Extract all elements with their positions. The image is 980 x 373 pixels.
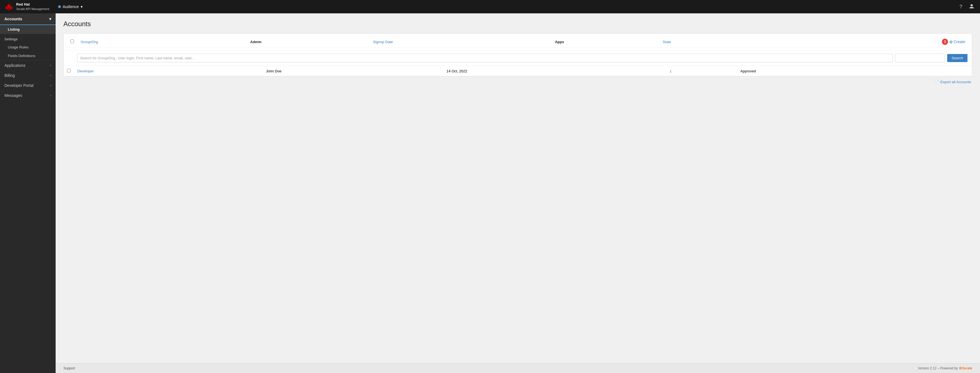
table-row: Developer John Doe 14 Oct, 2022 1 Approv… bbox=[64, 66, 972, 76]
row-actions bbox=[918, 66, 972, 76]
main-content: Accounts Group/Org. Admin S bbox=[56, 13, 980, 373]
export-icon: 📄 bbox=[934, 80, 939, 84]
svg-point-2 bbox=[8, 4, 10, 7]
sidebar-accounts-chevron-icon: ▾ bbox=[49, 17, 51, 21]
brand-name: Red Hat bbox=[16, 2, 49, 7]
search-button[interactable]: Search bbox=[947, 54, 967, 62]
brand-product: 3scale API Management bbox=[16, 7, 49, 11]
row-signup-date: 14 Oct, 2022 bbox=[443, 66, 666, 76]
sidebar-settings-section: Settings Usage Rules Fields Definitions bbox=[0, 34, 56, 61]
create-plus-icon: ⊕ bbox=[949, 39, 953, 45]
search-toolbar: Search bbox=[64, 50, 972, 66]
col-apps: Apps bbox=[552, 36, 659, 48]
audience-label: Audience bbox=[62, 5, 79, 9]
accounts-table-card: Group/Org. Admin Signup Date Apps State … bbox=[64, 33, 972, 76]
developer-portal-chevron-icon: › bbox=[50, 83, 51, 88]
export-section: 📄 Export all Accounts bbox=[64, 76, 972, 88]
support-link[interactable]: Support bbox=[64, 366, 75, 370]
export-all-accounts-link[interactable]: 📄 Export all Accounts bbox=[934, 80, 971, 84]
messages-chevron-icon: › bbox=[50, 94, 51, 97]
state-search-input[interactable] bbox=[895, 54, 945, 62]
table-header-bar: Group/Org. Admin Signup Date Apps State … bbox=[64, 33, 972, 50]
help-button[interactable]: ? bbox=[958, 3, 963, 11]
user-profile-button[interactable] bbox=[968, 2, 975, 11]
search-input[interactable] bbox=[77, 54, 892, 62]
accounts-data-table: Developer John Doe 14 Oct, 2022 1 Approv… bbox=[64, 66, 972, 76]
create-label: Create bbox=[954, 40, 965, 44]
brand-text: Red Hat 3scale API Management bbox=[16, 2, 49, 11]
sidebar-settings-label: Settings bbox=[0, 34, 56, 43]
sidebar-item-usage-rules[interactable]: Usage Rules bbox=[0, 43, 56, 51]
sidebar-item-listing[interactable]: Listing bbox=[0, 25, 56, 33]
row-checkbox-cell bbox=[64, 66, 74, 76]
create-badge-count: 3 bbox=[942, 39, 948, 45]
top-navbar: Red Hat 3scale API Management Audience ▾… bbox=[0, 0, 980, 13]
row-state: Approved bbox=[737, 66, 918, 76]
col-group-org[interactable]: Group/Org. bbox=[77, 36, 247, 48]
version-text: Version 2.12 – Powered by bbox=[918, 366, 958, 370]
svg-point-3 bbox=[970, 4, 973, 6]
page-footer: Support Version 2.12 – Powered by ⚙3scal… bbox=[56, 363, 980, 373]
row-admin: John Doe bbox=[262, 66, 443, 76]
sidebar-accounts-label: Accounts bbox=[5, 17, 22, 21]
main-layout: Accounts ▾ Listing Settings Usage Rules … bbox=[0, 13, 980, 373]
sidebar-accounts-section: Accounts ▾ Listing bbox=[0, 13, 56, 34]
scale-logo-icon: ⚙3scale bbox=[959, 366, 972, 370]
content-inner: Accounts Group/Org. Admin S bbox=[56, 13, 980, 363]
sidebar: Accounts ▾ Listing Settings Usage Rules … bbox=[0, 13, 56, 373]
audience-indicator-icon bbox=[58, 5, 61, 8]
row-apps[interactable]: 1 bbox=[666, 66, 737, 76]
accounts-table-header: Group/Org. Admin Signup Date Apps State … bbox=[67, 36, 969, 48]
sidebar-item-billing[interactable]: Billing › bbox=[0, 70, 56, 80]
nav-right-actions: ? bbox=[958, 2, 975, 11]
version-info: Version 2.12 – Powered by ⚙3scale bbox=[918, 366, 972, 370]
export-label: Export all Accounts bbox=[940, 80, 971, 84]
col-signup-date[interactable]: Signup Date bbox=[369, 36, 552, 48]
brand-logo-area: Red Hat 3scale API Management bbox=[5, 2, 49, 11]
user-icon bbox=[969, 3, 974, 9]
audience-dropdown-button[interactable]: Audience ▾ bbox=[56, 3, 84, 10]
select-all-checkbox[interactable] bbox=[70, 40, 74, 43]
col-admin: Admin bbox=[247, 36, 369, 48]
sidebar-item-messages[interactable]: Messages › bbox=[0, 91, 56, 100]
row-group-org[interactable]: Developer bbox=[74, 66, 262, 76]
row-checkbox[interactable] bbox=[67, 69, 71, 72]
create-account-button[interactable]: 3 ⊕ Create bbox=[942, 39, 965, 45]
applications-chevron-icon: › bbox=[50, 64, 51, 67]
sidebar-item-applications[interactable]: Applications › bbox=[0, 61, 56, 70]
col-actions: 3 ⊕ Create bbox=[763, 36, 969, 48]
sidebar-accounts-header[interactable]: Accounts ▾ bbox=[0, 13, 56, 25]
page-title: Accounts bbox=[64, 20, 972, 28]
sidebar-item-developer-portal[interactable]: Developer Portal › bbox=[0, 80, 56, 91]
select-all-header bbox=[67, 36, 77, 48]
audience-chevron-icon: ▾ bbox=[81, 5, 83, 9]
col-state[interactable]: State bbox=[659, 36, 763, 48]
sidebar-item-fields-definitions[interactable]: Fields Definitions bbox=[0, 51, 56, 60]
billing-chevron-icon: › bbox=[50, 73, 51, 77]
redhat-logo-icon bbox=[5, 2, 13, 11]
